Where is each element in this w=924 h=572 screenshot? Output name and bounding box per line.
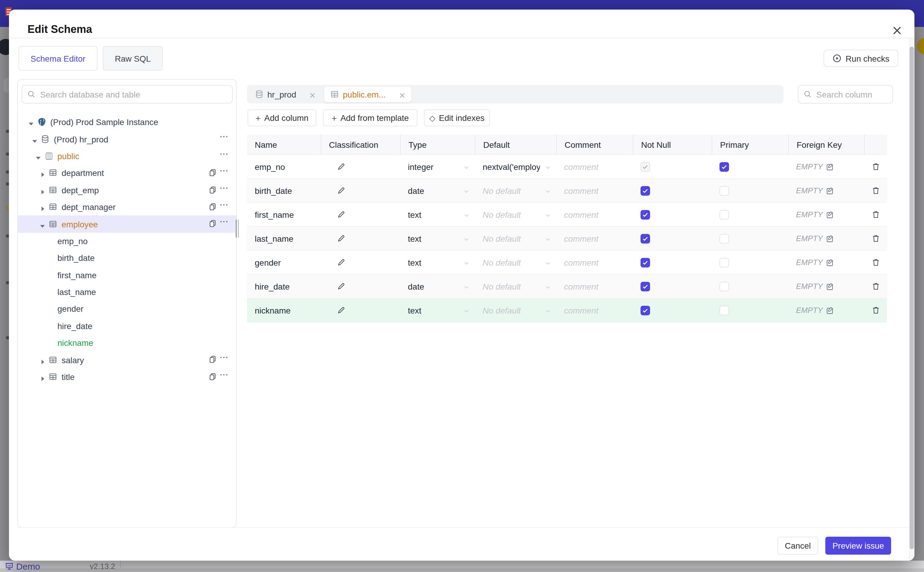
cell-name[interactable]: gender bbox=[247, 251, 321, 274]
cell-default[interactable]: No default bbox=[475, 275, 556, 298]
edit-foreign-key-icon[interactable] bbox=[826, 210, 834, 219]
not-null-checkbox[interactable] bbox=[640, 162, 650, 171]
tree-item-title[interactable]: title⋯ bbox=[18, 368, 236, 385]
cell-comment[interactable]: comment bbox=[556, 155, 633, 178]
cell-name[interactable]: birth_date bbox=[247, 179, 321, 202]
open-tab-public-em-[interactable]: public.em... bbox=[324, 87, 411, 102]
cell-classification[interactable] bbox=[321, 179, 400, 202]
delete-column-icon[interactable] bbox=[871, 282, 880, 291]
demo-link[interactable]: Demo bbox=[5, 563, 40, 570]
pencil-icon[interactable] bbox=[337, 162, 346, 171]
caret-right-icon[interactable] bbox=[39, 187, 45, 193]
cell-classification[interactable] bbox=[321, 251, 400, 274]
cell-comment[interactable]: comment bbox=[556, 251, 633, 274]
not-null-checkbox[interactable] bbox=[640, 258, 650, 267]
not-null-checkbox[interactable] bbox=[640, 210, 650, 219]
caret-right-icon[interactable] bbox=[39, 170, 45, 176]
delete-column-icon[interactable] bbox=[871, 306, 880, 315]
not-null-checkbox[interactable] bbox=[640, 305, 650, 315]
edit-foreign-key-icon[interactable] bbox=[826, 282, 834, 291]
tree-item-department[interactable]: department⋯ bbox=[18, 165, 236, 182]
pencil-icon[interactable] bbox=[337, 258, 346, 267]
cell-default[interactable]: No default bbox=[475, 203, 556, 226]
tree-item-public[interactable]: public⋯ bbox=[18, 148, 236, 165]
tab-schema-editor[interactable]: Schema Editor bbox=[19, 46, 98, 71]
more-actions-icon[interactable]: ⋯ bbox=[220, 131, 229, 142]
cell-name[interactable]: last_name bbox=[247, 227, 321, 250]
cell-type[interactable]: date bbox=[400, 275, 475, 298]
cell-classification[interactable] bbox=[321, 227, 400, 250]
more-actions-icon[interactable]: ⋯ bbox=[220, 199, 229, 210]
pencil-icon[interactable] bbox=[337, 306, 346, 315]
copy-icon[interactable] bbox=[208, 372, 217, 381]
cell-name[interactable]: hire_date bbox=[247, 275, 321, 298]
more-actions-icon[interactable]: ⋯ bbox=[220, 352, 229, 363]
tree-item-nickname[interactable]: nickname bbox=[18, 334, 236, 351]
cell-type[interactable]: text bbox=[400, 203, 475, 226]
cell-type[interactable]: text bbox=[400, 298, 475, 322]
edit-indexes-button[interactable]: ◇ Edit indexes bbox=[424, 109, 490, 126]
pencil-icon[interactable] bbox=[337, 186, 346, 195]
cell-comment[interactable]: comment bbox=[556, 179, 633, 202]
cell-classification[interactable] bbox=[321, 155, 400, 178]
primary-checkbox[interactable] bbox=[719, 210, 729, 219]
primary-checkbox[interactable] bbox=[719, 281, 729, 291]
edit-foreign-key-icon[interactable] bbox=[826, 187, 834, 195]
edit-foreign-key-icon[interactable] bbox=[826, 306, 834, 314]
modal-scrollbar-thumb[interactable] bbox=[910, 47, 914, 549]
copy-icon[interactable] bbox=[208, 355, 217, 364]
primary-checkbox[interactable] bbox=[719, 305, 729, 315]
primary-checkbox[interactable] bbox=[719, 186, 729, 195]
more-actions-icon[interactable]: ⋯ bbox=[220, 216, 229, 227]
cancel-button[interactable]: Cancel bbox=[777, 537, 818, 555]
cell-default[interactable]: No default bbox=[475, 179, 556, 202]
primary-checkbox[interactable] bbox=[719, 234, 729, 243]
not-null-checkbox[interactable] bbox=[640, 186, 650, 195]
more-actions-icon[interactable]: ⋯ bbox=[220, 148, 229, 159]
tree-item-gender[interactable]: gender bbox=[18, 301, 236, 318]
caret-down-icon[interactable] bbox=[39, 221, 45, 227]
caret-down-icon[interactable] bbox=[32, 136, 38, 142]
caret-right-icon[interactable] bbox=[39, 357, 45, 363]
cell-comment[interactable]: comment bbox=[556, 227, 633, 250]
copy-icon[interactable] bbox=[208, 219, 217, 228]
add-column-button[interactable]: + Add column bbox=[248, 109, 316, 126]
tab-raw-sql[interactable]: Raw SQL bbox=[103, 46, 163, 71]
more-actions-icon[interactable]: ⋯ bbox=[220, 165, 229, 176]
cell-default[interactable]: No default bbox=[475, 227, 556, 250]
edit-foreign-key-icon[interactable] bbox=[826, 258, 834, 267]
cell-default[interactable]: nextval('employ bbox=[475, 155, 556, 178]
tree-item-last_name[interactable]: last_name bbox=[18, 284, 236, 301]
preview-issue-button[interactable]: Preview issue bbox=[825, 537, 891, 555]
panel-resize-handle[interactable] bbox=[236, 219, 239, 238]
delete-column-icon[interactable] bbox=[871, 258, 880, 267]
tree-item-dept_manager[interactable]: dept_manager⋯ bbox=[18, 199, 236, 216]
tree-item-emp_no[interactable]: emp_no bbox=[18, 232, 236, 250]
pencil-icon[interactable] bbox=[337, 234, 346, 243]
close-icon[interactable] bbox=[892, 25, 902, 36]
close-tab-icon[interactable] bbox=[399, 91, 406, 98]
cell-classification[interactable] bbox=[321, 298, 400, 322]
cell-name[interactable]: emp_no bbox=[247, 155, 321, 178]
cell-type[interactable]: integer bbox=[400, 155, 475, 178]
open-tab-hr_prod[interactable]: hr_prod bbox=[249, 87, 322, 102]
tree-item-first_name[interactable]: first_name bbox=[18, 267, 236, 284]
cell-classification[interactable] bbox=[321, 203, 400, 226]
caret-right-icon[interactable] bbox=[39, 374, 45, 380]
cell-default[interactable]: No default bbox=[475, 251, 556, 274]
cell-classification[interactable] bbox=[321, 275, 400, 298]
close-tab-icon[interactable] bbox=[310, 91, 316, 98]
cell-type[interactable]: text bbox=[400, 251, 475, 274]
primary-checkbox[interactable] bbox=[719, 258, 729, 267]
delete-column-icon[interactable] bbox=[871, 186, 880, 195]
tree-item-birth_date[interactable]: birth_date bbox=[18, 250, 236, 267]
cell-comment[interactable]: comment bbox=[556, 203, 633, 226]
pencil-icon[interactable] bbox=[337, 282, 346, 291]
delete-column-icon[interactable] bbox=[871, 162, 880, 171]
pencil-icon[interactable] bbox=[337, 210, 346, 219]
cell-name[interactable]: first_name bbox=[247, 203, 321, 226]
add-from-template-button[interactable]: + Add from template bbox=[323, 109, 417, 126]
cell-default[interactable]: No default bbox=[475, 298, 556, 322]
more-actions-icon[interactable]: ⋯ bbox=[220, 182, 229, 193]
tree-item--prod-hr_prod[interactable]: (Prod) hr_prod⋯ bbox=[18, 131, 236, 148]
